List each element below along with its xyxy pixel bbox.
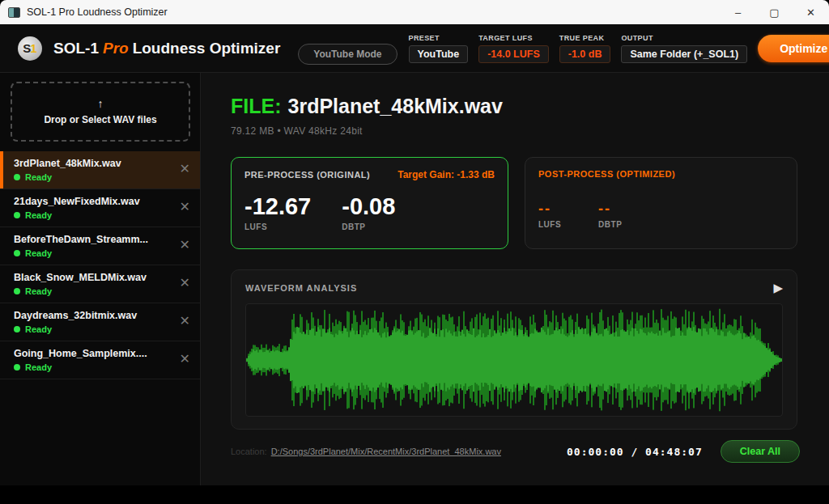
remove-file-icon[interactable]: ✕ — [180, 239, 190, 252]
post-lufs-block: -- LUFS — [538, 201, 561, 229]
file-item-name: Going_Home_Samplemix.... — [14, 348, 155, 359]
footer-row: Location: D:/Songs/3rdPlanet/Mix/RecentM… — [231, 440, 800, 463]
target-lufs-label: TARGET LUFS — [478, 34, 549, 42]
file-item-status: Ready — [14, 286, 189, 296]
minimize-button[interactable]: – — [720, 0, 756, 24]
status-dot-icon — [14, 288, 20, 294]
time-display: 00:00:00 / 04:48:07 — [567, 446, 703, 458]
true-peak-label: TRUE PEAK — [559, 34, 611, 42]
pre-dbtp-block: -0.08 DBTP — [342, 194, 395, 231]
file-list-item[interactable]: 3rdPlanet_48kMix.wav Ready ✕ — [0, 151, 200, 189]
waveform-title: WAVEFORM ANALYSIS — [245, 283, 357, 293]
window-title: SOL-1 Pro Loudness Optimizer — [27, 6, 168, 18]
file-list-item[interactable]: Going_Home_Samplemix.... Ready ✕ — [0, 341, 200, 379]
status-text: Ready — [25, 210, 52, 220]
location-path-link[interactable]: D:/Songs/3rdPlanet/Mix/RecentMix/3rdPlan… — [271, 447, 501, 456]
output-label: OUTPUT — [621, 34, 747, 42]
true-peak-group: TRUE PEAK -1.0 dB — [559, 34, 611, 63]
file-list-item[interactable]: Daydreams_32bitmix.wav Ready ✕ — [0, 303, 200, 341]
file-item-status: Ready — [14, 172, 189, 182]
post-lufs-label: LUFS — [538, 220, 561, 229]
pre-dbtp-label: DBTP — [342, 222, 395, 231]
metrics-panels: PRE-PROCESS (ORIGINAL) Target Gain: -1.3… — [231, 157, 797, 249]
selected-indicator-bar — [0, 151, 3, 188]
post-dbtp-label: DBTP — [598, 220, 622, 229]
main-content: FILE:3rdPlanet_48kMix.wav 79.12 MB • WAV… — [201, 73, 829, 485]
file-item-status: Ready — [14, 210, 189, 220]
pre-dbtp-value: -0.08 — [342, 194, 395, 220]
upload-arrow-icon: ↑ — [98, 98, 104, 109]
status-dot-icon — [14, 174, 20, 180]
pre-lufs-value: -12.67 — [244, 194, 311, 220]
true-peak-field[interactable]: -1.0 dB — [559, 45, 611, 63]
post-process-panel: POST-PROCESS (OPTIMIZED) -- LUFS -- DBTP — [525, 157, 797, 249]
waveform-panel: WAVEFORM ANALYSIS ▶ — [231, 269, 797, 430]
file-list: 3rdPlanet_48kMix.wav Ready ✕ 21days_NewF… — [0, 151, 200, 379]
logo-number: 1 — [30, 41, 36, 55]
target-gain-value: Target Gain: -1.33 dB — [397, 169, 495, 180]
file-list-item[interactable]: Black_Snow_MELDMix.wav Ready ✕ — [0, 265, 200, 303]
remove-file-icon[interactable]: ✕ — [180, 277, 190, 290]
file-item-name: BeforeTheDawn_Streamm... — [14, 234, 155, 245]
dropzone-label: Drop or Select WAV files — [44, 114, 156, 125]
status-text: Ready — [25, 324, 52, 334]
file-label: FILE: — [231, 95, 282, 117]
output-group: OUTPUT Same Folder (+_SOL1) — [621, 34, 747, 63]
status-text: Ready — [25, 286, 52, 296]
file-item-status: Ready — [14, 248, 189, 258]
file-name: 3rdPlanet_48kMix.wav — [288, 95, 503, 117]
sidebar: ↑ Drop or Select WAV files 3rdPlanet_48k… — [0, 73, 201, 485]
remove-file-icon[interactable]: ✕ — [180, 353, 190, 366]
youtube-mode-button[interactable]: YouTube Mode — [298, 44, 397, 65]
close-button[interactable]: ✕ — [793, 0, 829, 24]
file-list-item[interactable]: BeforeTheDawn_Streamm... Ready ✕ — [0, 227, 200, 265]
target-lufs-group: TARGET LUFS -14.0 LUFS — [478, 34, 549, 63]
file-item-name: 3rdPlanet_48kMix.wav — [14, 158, 155, 169]
status-text: Ready — [25, 172, 52, 182]
play-icon[interactable]: ▶ — [773, 282, 783, 294]
app-title-suffix: Loudness Optimizer — [133, 40, 281, 57]
window-controls: – ▢ ✕ — [720, 0, 829, 24]
preset-select[interactable]: YouTube — [409, 45, 469, 63]
maximize-button[interactable]: ▢ — [756, 0, 793, 24]
app-title: SOL-1ProLoudness Optimizer — [53, 40, 280, 57]
app-header: S1 SOL-1ProLoudness Optimizer YouTube Mo… — [0, 24, 829, 73]
app-icon — [8, 7, 20, 18]
file-list-item[interactable]: 21days_NewFixedMix.wav Ready ✕ — [0, 189, 200, 227]
app-title-prefix: SOL-1 — [53, 40, 99, 57]
pre-process-panel: PRE-PROCESS (ORIGINAL) Target Gain: -1.3… — [231, 157, 508, 249]
post-dbtp-value: -- — [598, 201, 622, 218]
pre-process-title: PRE-PROCESS (ORIGINAL) — [244, 170, 370, 180]
file-item-name: 21days_NewFixedMix.wav — [14, 196, 155, 207]
file-item-name: Daydreams_32bitmix.wav — [14, 310, 155, 321]
file-heading: FILE:3rdPlanet_48kMix.wav — [231, 95, 829, 118]
file-item-status: Ready — [14, 324, 189, 334]
optimize-all-button[interactable]: Optimize All — [758, 35, 829, 62]
waveform-canvas[interactable] — [246, 304, 783, 416]
window-bottom-edge — [0, 485, 829, 504]
status-dot-icon — [14, 364, 20, 371]
status-dot-icon — [14, 212, 20, 218]
post-process-title: POST-PROCESS (OPTIMIZED) — [538, 169, 675, 179]
titlebar: SOL-1 Pro Loudness Optimizer – ▢ ✕ — [0, 0, 829, 24]
post-dbtp-block: -- DBTP — [598, 201, 622, 229]
status-text: Ready — [25, 362, 52, 372]
pre-lufs-label: LUFS — [244, 222, 311, 231]
remove-file-icon[interactable]: ✕ — [180, 201, 190, 214]
status-text: Ready — [25, 248, 52, 258]
remove-file-icon[interactable]: ✕ — [180, 163, 190, 176]
remove-file-icon[interactable]: ✕ — [180, 315, 190, 328]
preset-label: PRESET — [409, 34, 469, 42]
status-dot-icon — [14, 326, 20, 332]
pre-lufs-block: -12.67 LUFS — [244, 194, 311, 231]
target-lufs-field[interactable]: -14.0 LUFS — [478, 45, 549, 63]
location-label: Location: — [231, 447, 267, 456]
file-meta: 79.12 MB • WAV 48kHz 24bit — [231, 125, 829, 137]
file-item-status: Ready — [14, 362, 189, 372]
output-select[interactable]: Same Folder (+_SOL1) — [621, 45, 747, 63]
status-dot-icon — [14, 250, 20, 256]
dropzone[interactable]: ↑ Drop or Select WAV files — [11, 82, 190, 142]
file-item-name: Black_Snow_MELDMix.wav — [14, 272, 155, 283]
clear-all-button[interactable]: Clear All — [721, 440, 800, 463]
waveform-display[interactable] — [245, 303, 783, 417]
